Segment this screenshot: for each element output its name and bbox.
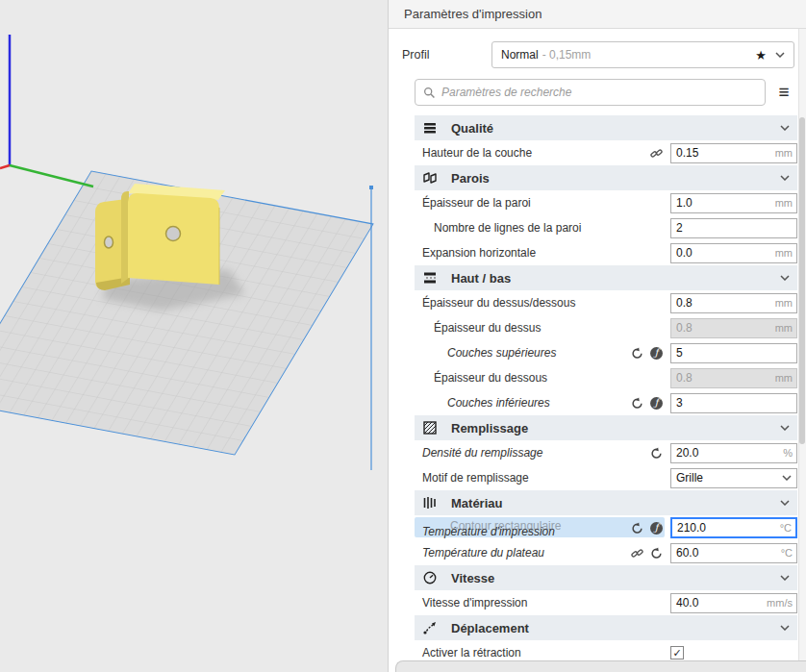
section-label: Qualité [451,121,493,136]
material-icon [422,495,438,510]
section-header-materiau[interactable]: Matériau [415,490,797,515]
infill-density-input[interactable]: 20.0 % [670,443,797,463]
walls-icon [422,170,438,186]
setting-row-layer-height: Hauteur de la couche 0.15 mm [415,140,797,165]
chevron-down-icon[interactable] [780,425,790,431]
formula-icon[interactable]: ƒ [650,522,663,535]
panel-scrollbar[interactable] [798,29,806,672]
chevron-down-icon[interactable] [780,500,790,506]
setting-label: Densité du remplissage [422,446,542,460]
section-header-deplacement[interactable]: Déplacement [415,615,797,640]
infill-pattern-select[interactable]: Grille [670,468,797,488]
undo-icon[interactable] [631,397,643,410]
section-label: Déplacement [451,621,529,635]
chevron-down-icon[interactable] [780,275,790,281]
setting-label: Température du plateau [422,546,544,560]
viewport-3d[interactable] [0,0,388,672]
setting-row-bed-temperature: Température du plateau 60.0 °C [415,540,797,565]
menu-icon[interactable]: ≡ [771,82,796,103]
profile-value: Normal [501,48,539,62]
undo-icon[interactable] [631,522,643,535]
setting-label: Hauteur de la couche [422,146,532,160]
wall-line-count-input[interactable]: 2 [670,218,797,238]
retraction-checkbox[interactable]: ✓ [670,646,684,660]
formula-icon[interactable]: ƒ [650,397,663,410]
horizontal-expansion-input[interactable]: 0.0 mm [670,243,797,263]
section-header-haut-bas[interactable]: Haut / bas [415,265,797,290]
panel-title: Paramètres d'impression [404,7,542,21]
top-bottom-thickness-input[interactable]: 0.8 mm [670,293,797,313]
section-label: Matériau [451,496,502,510]
setting-row-top-layers: Couches supérieures ƒ 5 [415,340,797,365]
setting-row-top-bottom-thickness: Épaisseur du dessus/dessous 0.8 mm [415,290,797,315]
undo-icon[interactable] [631,347,643,360]
setting-label: Expansion horizontale [422,246,536,260]
setting-row-bottom-thickness: Épaisseur du dessous 0.8 mm [415,365,797,390]
print-speed-input[interactable]: 40.0 mm/s [670,593,797,613]
profile-dropdown[interactable]: Normal - 0,15mm ★ [491,41,794,68]
setting-label: Épaisseur de la paroi [422,196,531,210]
wall-thickness-input[interactable]: 1.0 mm [670,193,797,213]
section-header-vitesse[interactable]: Vitesse [415,565,797,590]
setting-row-print-speed: Vitesse d'impression 40.0 mm/s [415,590,797,615]
model-base-hole [105,236,113,248]
undo-icon[interactable] [650,547,663,560]
link-icon[interactable] [631,547,643,560]
undo-icon[interactable] [650,447,663,460]
search-box[interactable] [415,79,766,106]
build-volume-corner-handle [369,186,373,189]
profile-label: Profil [402,48,491,62]
setting-row-wall-line-count: Nombre de lignes de la paroi 2 [415,215,797,240]
top-bottom-icon [422,270,438,286]
print-temperature-input[interactable]: 210.0 °C [670,517,797,538]
section-label: Remplissage [451,421,528,436]
model-front-hole [166,227,181,241]
top-layers-input[interactable]: 5 [670,343,797,363]
bottom-panel-edge [395,660,806,672]
setting-label: Température d'impression [422,525,555,538]
search-row: ≡ [389,77,806,115]
model-side-face [121,191,129,284]
layer-height-input[interactable]: 0.15 mm [670,143,797,163]
chevron-down-icon[interactable] [780,125,790,131]
link-icon[interactable] [650,147,663,160]
setting-label: Épaisseur du dessus/dessous [422,296,575,310]
search-icon [423,87,436,99]
chevron-down-icon[interactable] [780,175,790,181]
section-label: Vitesse [451,571,494,585]
profile-suffix: - 0,15mm [542,48,592,62]
settings-list: Qualité Hauteur de la couche 0.15 mm Par… [415,115,797,665]
scrollbar-thumb[interactable] [799,117,805,444]
travel-icon [422,620,438,635]
setting-row-print-temperature: Contour rectangulaire Température d'impr… [415,515,797,540]
setting-label: Épaisseur du dessous [434,371,547,385]
setting-label: Vitesse d'impression [422,596,527,610]
bottom-thickness-input: 0.8 mm [670,368,797,388]
chevron-down-icon[interactable] [780,575,790,581]
setting-row-top-thickness: Épaisseur du dessus 0.8 mm [415,315,797,340]
section-label: Haut / bas [451,271,511,286]
section-header-parois[interactable]: Parois [415,165,797,190]
cura-window: Paramètres d'impression Profil Normal - … [0,0,806,672]
print-settings-panel: Paramètres d'impression Profil Normal - … [388,0,806,672]
quality-icon [422,120,438,136]
setting-row-bottom-layers: Couches inférieures ƒ 3 [415,390,797,415]
setting-label: Couches supérieures [447,346,556,360]
setting-label: Épaisseur du dessus [434,321,541,335]
chevron-down-icon[interactable] [780,625,790,631]
bottom-layers-input[interactable]: 3 [670,393,797,413]
formula-icon[interactable]: ƒ [650,347,663,360]
setting-label: Activer la rétraction [422,646,521,660]
section-header-qualite[interactable]: Qualité [415,115,797,140]
speed-icon [422,570,438,585]
setting-row-infill-pattern: Motif de remplissage Grille [415,465,797,490]
top-thickness-input: 0.8 mm [670,318,797,338]
setting-label: Couches inférieures [447,396,550,410]
check-icon: ✓ [672,648,681,659]
bed-temperature-input[interactable]: 60.0 °C [670,543,797,563]
section-label: Parois [451,171,490,186]
search-input[interactable] [441,86,757,99]
star-icon: ★ [755,48,767,62]
section-header-remplissage[interactable]: Remplissage [415,415,797,440]
panel-header: Paramètres d'impression [389,0,806,29]
